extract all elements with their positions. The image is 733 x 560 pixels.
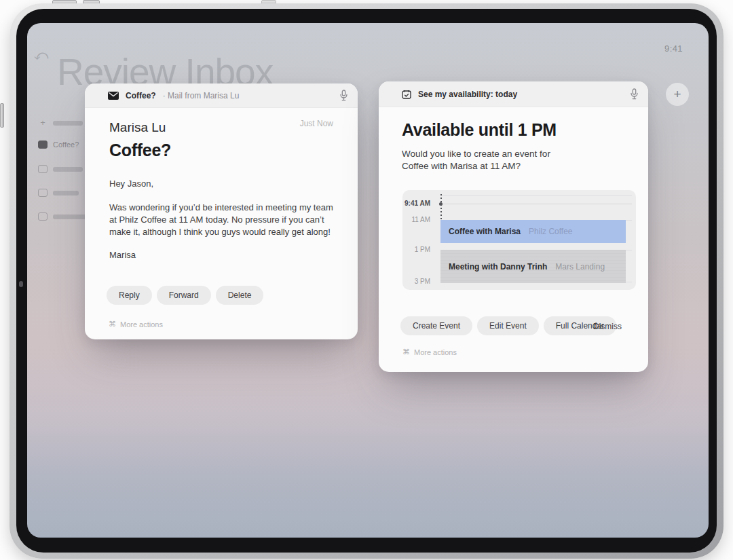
microphone-icon[interactable] <box>339 90 348 101</box>
availability-card: See my availability: today Available unt… <box>379 81 648 372</box>
microphone-icon[interactable] <box>630 88 639 100</box>
gridline <box>442 195 632 196</box>
day-timeline: 9:41 AM 11 AM 1 PM 3 PM Coffee with Mari… <box>402 190 636 290</box>
command-text: Coffee? <box>126 91 156 100</box>
reply-button[interactable]: Reply <box>107 286 152 305</box>
availability-question: Would you like to create an event for Co… <box>402 148 550 172</box>
list-item-label: Coffee? <box>53 141 79 149</box>
create-event-button[interactable]: Create Event <box>400 316 472 335</box>
event-title: Coffee with Marisa <box>449 227 521 236</box>
event-location: Philz Coffee <box>529 227 572 236</box>
calendar-more-actions[interactable]: ⌘ More actions <box>402 348 457 356</box>
mail-actions: Reply Forward Delete <box>107 286 263 305</box>
event-location: Mars Landing <box>555 262 605 272</box>
ipad-bezel: ⤺ Review Inbox + Coffee? <box>16 9 717 553</box>
list-item-text-placeholder <box>53 121 83 126</box>
mail-preview-card: Coffee? · Mail from Marisa Lu Marisa Lu … <box>85 83 358 339</box>
mail-icon <box>38 141 48 149</box>
forward-button[interactable]: Forward <box>157 286 211 305</box>
status-clock: 9:41 <box>664 43 683 54</box>
mail-greeting: Hey Jason, <box>109 179 153 189</box>
mail-more-actions[interactable]: ⌘ More actions <box>109 320 163 329</box>
mail-timestamp: Just Now <box>300 119 333 128</box>
calendar-actions: Create Event Edit Event Full Calendar <box>400 316 616 335</box>
command-context: · Mail from Marisa Lu <box>163 91 240 100</box>
front-camera <box>19 281 23 287</box>
time-label-now: 9:41 AM <box>402 200 430 207</box>
plus-icon: + <box>673 87 681 102</box>
inbox-list-item <box>38 162 87 176</box>
inbox-list-item <box>38 186 87 200</box>
command-key-icon: ⌘ <box>109 320 116 329</box>
inbox-list-item: + <box>38 116 87 130</box>
ipad-screen: ⤺ Review Inbox + Coffee? <box>27 23 709 538</box>
time-label: 11 AM <box>402 216 430 223</box>
list-item-text-placeholder <box>53 191 79 195</box>
calendar-card-header: See my availability: today <box>379 81 648 107</box>
time-label: 1 PM <box>402 246 430 253</box>
question-line-1: Would you like to create an event for <box>402 148 550 160</box>
add-button[interactable]: + <box>666 83 689 106</box>
mail-icon <box>38 165 48 173</box>
edit-event-button[interactable]: Edit Event <box>477 316 539 335</box>
event-coffee-with-marisa[interactable]: Coffee with Marisa Philz Coffee <box>440 220 626 243</box>
more-actions-label: More actions <box>414 348 457 356</box>
mail-icon <box>38 189 48 197</box>
gridline-now <box>442 204 632 204</box>
mail-body: Was wondering if you’d be interested in … <box>109 202 336 238</box>
delete-button[interactable]: Delete <box>216 286 264 305</box>
command-key-icon: ⌘ <box>402 348 410 356</box>
time-label: 3 PM <box>402 278 430 285</box>
mail-card-header: Coffee? · Mail from Marisa Lu <box>85 83 358 108</box>
availability-title: Available until 1 PM <box>402 120 557 140</box>
screenshot-stage: ⤺ Review Inbox + Coffee? <box>0 0 733 560</box>
command-text: See my availability: today <box>418 90 517 99</box>
back-arrow-icon: ⤺ <box>34 48 48 63</box>
list-item-text-placeholder <box>53 214 87 219</box>
ipad-device-frame: ⤺ Review Inbox + Coffee? <box>10 3 723 559</box>
more-actions-label: More actions <box>120 320 163 329</box>
event-title: Meeting with Danny Trinh <box>449 262 547 272</box>
question-line-2: Coffee with Marisa at 11 AM? <box>402 160 550 172</box>
inbox-list-item-selected: Coffee? <box>38 138 87 151</box>
inbox-list-item <box>38 210 87 223</box>
calendar-icon <box>402 90 411 99</box>
compose-icon: + <box>38 119 48 127</box>
current-time-dot <box>439 202 443 206</box>
mail-sender: Marisa Lu <box>109 120 166 135</box>
dismiss-button[interactable]: Dismiss <box>589 316 626 335</box>
side-edge-button <box>0 103 4 128</box>
mail-icon <box>38 212 48 221</box>
envelope-icon <box>108 92 119 100</box>
mail-signature: Marisa <box>109 250 136 260</box>
list-item-text-placeholder <box>53 167 83 172</box>
event-meeting-danny-trinh[interactable]: Meeting with Danny Trinh Mars Landing <box>440 250 626 283</box>
mail-subject: Coffee? <box>109 141 171 160</box>
